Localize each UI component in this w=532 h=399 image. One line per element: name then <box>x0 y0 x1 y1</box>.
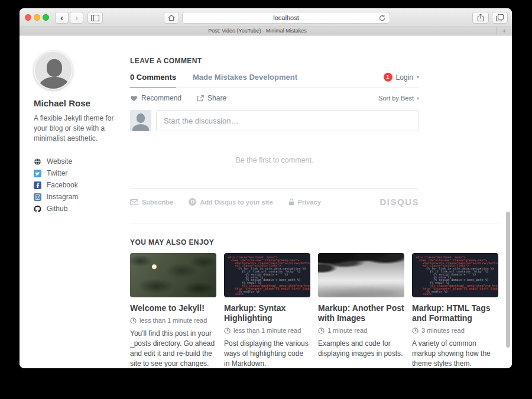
card-excerpt: A variety of common markup showing how t… <box>412 339 498 367</box>
show-tabs-button[interactable] <box>492 12 508 24</box>
card-title[interactable]: Markup: HTML Tags and Formatting <box>412 303 498 323</box>
sidebar-item-label: Github <box>47 205 67 213</box>
instagram-icon <box>34 193 41 201</box>
clock-icon <box>130 317 137 324</box>
notification-badge[interactable]: 1 <box>384 73 392 82</box>
sidebar-toggle-button[interactable] <box>87 12 103 24</box>
page-content: Michael Rose A flexible Jekyll theme for… <box>20 35 512 367</box>
zoom-window-button[interactable] <box>43 14 49 21</box>
sidebar-item-twitter[interactable]: Twitter <box>34 167 127 179</box>
twitter-icon <box>34 170 41 177</box>
forward-button[interactable]: › <box>70 12 83 24</box>
related-card-markup-html-tags-and-formatting[interactable]: <div class="masthead__menu"> <nav id="si… <box>412 253 498 367</box>
tab-bar: Post: Video (YouTube) - Minimal Mistakes… <box>20 27 512 35</box>
disqus-action-row: Recommend Share Sort by Best ▾ <box>130 94 419 102</box>
related-heading: YOU MAY ALSO ENJOY <box>130 238 500 246</box>
minimize-window-button[interactable] <box>34 14 40 21</box>
clock-icon <box>412 327 419 334</box>
comment-compose <box>130 110 419 131</box>
teaser-image-code: <div class="masthead__menu"> <nav id="si… <box>412 253 498 297</box>
section-divider <box>130 223 500 223</box>
sidebar-item-label: Facebook <box>47 181 78 189</box>
card-title[interactable]: Welcome to Jekyll! <box>130 303 216 313</box>
related-card-markup-syntax-highlighting[interactable]: <div class="masthead__menu"> <nav id="si… <box>224 253 310 367</box>
share-arrow-icon <box>197 95 204 102</box>
chevron-down-icon: ▾ <box>417 74 419 80</box>
disqus-footer: Subscribe D Add Disqus to your site Priv… <box>130 197 419 207</box>
card-excerpt: Examples and code for displaying images … <box>318 339 404 359</box>
card-meta: 1 minute read <box>318 327 404 334</box>
globe-icon <box>34 158 41 166</box>
sidebar-item-website[interactable]: Website <box>34 155 127 167</box>
disqus-tab-row: 0 Comments Made Mistakes Development 1 L… <box>130 73 419 87</box>
tab-current[interactable]: Post: Video (YouTube) - Minimal Mistakes <box>20 27 495 35</box>
disqus-logo[interactable]: DISQUS <box>379 197 419 207</box>
share-button[interactable] <box>472 12 489 24</box>
window-controls <box>25 14 49 21</box>
disqus-embed: 0 Comments Made Mistakes Development 1 L… <box>130 73 419 207</box>
related-posts: Welcome to Jekyll! less than 1 minute re… <box>130 253 500 367</box>
main-column: LEAVE A COMMENT 0 Comments Made Mistakes… <box>130 57 500 367</box>
envelope-icon <box>130 199 138 205</box>
sidebar-item-label: Website <box>47 157 72 166</box>
new-tab-button[interactable]: + <box>496 27 512 35</box>
author-links: Website Twitter Facebook Instagram Githu… <box>34 155 127 215</box>
sort-menu[interactable]: Sort by Best ▾ <box>378 95 419 102</box>
clock-icon <box>318 327 325 334</box>
close-window-button[interactable] <box>25 14 31 21</box>
author-sidebar: Michael Rose A flexible Jekyll theme for… <box>34 51 127 215</box>
card-meta: less than 1 minute read <box>130 317 216 324</box>
reload-icon[interactable] <box>378 14 386 22</box>
card-meta: less than 1 minute read <box>224 327 310 334</box>
sidebar-item-label: Twitter <box>47 169 67 177</box>
browser-toolbar: ‹ › localhost <box>20 8 512 27</box>
tabs-icon <box>496 14 504 21</box>
login-menu[interactable]: 1 Login ▾ <box>384 73 419 82</box>
sort-label: Sort by Best <box>378 95 414 102</box>
lock-icon <box>288 199 294 206</box>
share-comments-button[interactable]: Share <box>197 94 226 102</box>
card-title[interactable]: Markup: Syntax Highlighting <box>224 303 310 323</box>
teaser-image-code: <div class="masthead__menu"> <nav id="si… <box>224 253 310 297</box>
recommend-label: Recommend <box>141 94 181 102</box>
subscribe-link[interactable]: Subscribe <box>130 199 173 206</box>
comments-heading: LEAVE A COMMENT <box>130 57 500 65</box>
add-disqus-link[interactable]: D Add Disqus to your site <box>189 198 273 206</box>
clock-icon <box>224 327 231 334</box>
share-icon <box>477 14 484 22</box>
privacy-link[interactable]: Privacy <box>288 199 321 206</box>
related-card-markup-another-post-with-images[interactable]: Markup: Another Post with Images 1 minut… <box>318 253 404 367</box>
facebook-icon <box>34 181 41 189</box>
card-title[interactable]: Markup: Another Post with Images <box>318 303 404 323</box>
disqus-d-icon: D <box>189 198 196 206</box>
back-button[interactable]: ‹ <box>55 12 69 24</box>
author-avatar <box>34 51 73 90</box>
disqus-divider <box>130 188 419 189</box>
github-icon <box>34 205 41 213</box>
comment-input[interactable] <box>156 110 419 131</box>
heart-icon <box>130 95 138 102</box>
sidebar-item-instagram[interactable]: Instagram <box>34 191 127 203</box>
card-meta: 3 minutes read <box>412 327 498 334</box>
avatar-silhouette <box>47 59 62 77</box>
browser-window: ‹ › localhost Post: Video (YouTube) - Mi… <box>20 8 512 368</box>
scrollbar-thumb[interactable] <box>506 212 510 348</box>
card-excerpt: You'll find this post in your _posts dir… <box>130 329 216 367</box>
commenter-avatar <box>130 110 151 131</box>
forum-link[interactable]: Made Mistakes Development <box>193 73 297 82</box>
author-name: Michael Rose <box>34 98 127 108</box>
home-icon <box>168 14 175 21</box>
chevron-down-icon: ▾ <box>417 96 419 101</box>
recommend-button[interactable]: Recommend <box>130 94 181 102</box>
sidebar-item-github[interactable]: Github <box>34 203 127 215</box>
tab-comments-count[interactable]: 0 Comments <box>130 73 176 82</box>
address-bar[interactable]: localhost <box>182 12 390 24</box>
sidebar-item-facebook[interactable]: Facebook <box>34 179 127 191</box>
sidebar-icon <box>91 15 99 21</box>
empty-comments-message: Be the first to comment. <box>130 156 419 164</box>
url-text: localhost <box>273 14 299 21</box>
home-button[interactable] <box>164 12 179 24</box>
related-card-welcome-to-jekyll[interactable]: Welcome to Jekyll! less than 1 minute re… <box>130 253 216 367</box>
author-bio: A flexible Jekyll theme for your blog or… <box>34 113 127 144</box>
card-excerpt: Post displaying the various ways of high… <box>224 339 310 367</box>
